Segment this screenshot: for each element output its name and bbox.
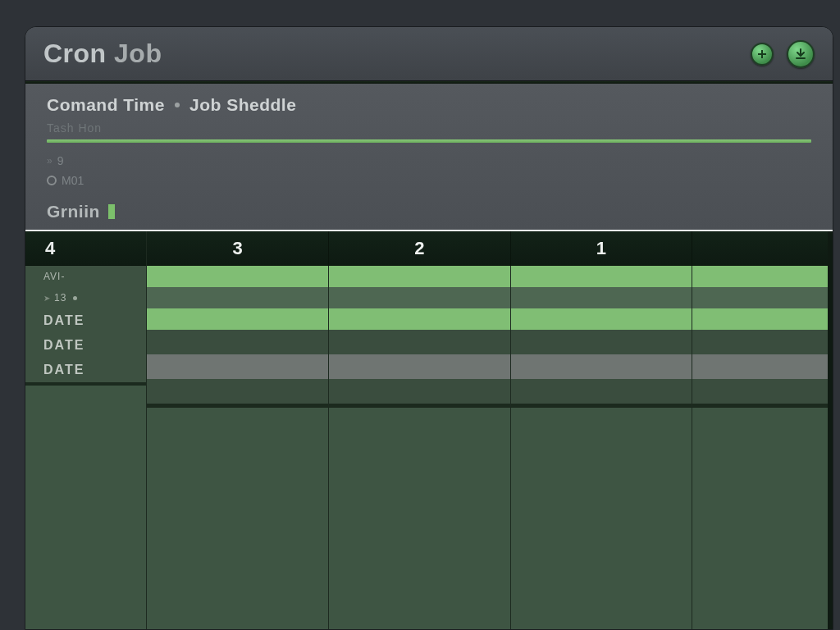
grid-right-gutter: [828, 231, 833, 629]
download-button[interactable]: [787, 40, 815, 68]
meta-value-1: 9: [57, 154, 64, 167]
meta-line-1: » 9: [47, 154, 811, 167]
breadcrumb-command-time[interactable]: Comand Time: [47, 95, 165, 115]
grid-cell[interactable]: [510, 266, 692, 287]
arrow-icon: ➤: [43, 294, 51, 303]
grid-corner: 4: [25, 231, 146, 266]
grid-cell[interactable]: [692, 266, 828, 287]
row-label-date-1: DATE: [25, 308, 146, 333]
row-label-1: AVI-: [25, 266, 146, 287]
grid-cell[interactable]: [328, 330, 509, 354]
cron-window: Cron Job Comand Time Job Sheddle Tash Ho…: [25, 26, 833, 630]
grid-cell[interactable]: [692, 379, 828, 404]
col-header-3[interactable]: 3: [147, 231, 328, 265]
schedule-grid: 4 AVI- ➤ 13 DATE DATE DATE: [25, 231, 833, 629]
title-sub: Job: [114, 39, 162, 68]
row-labels: 4 AVI- ➤ 13 DATE DATE DATE: [25, 231, 147, 629]
grid-cell[interactable]: [510, 330, 692, 354]
task-label: Tash Hon: [47, 121, 811, 135]
col-header-1[interactable]: 1: [510, 231, 692, 265]
cursor-block-icon: [108, 204, 115, 219]
grid-cell[interactable]: [692, 287, 828, 308]
grid-cell[interactable]: [692, 407, 828, 629]
grid-cell[interactable]: [147, 407, 328, 629]
grid-cell[interactable]: [147, 266, 328, 287]
section-label: Grniin: [47, 202, 100, 221]
row-label-2: ➤ 13: [25, 287, 146, 308]
grid-cell[interactable]: [510, 379, 692, 404]
grid-cell[interactable]: [328, 308, 509, 330]
window-title: Cron Job: [43, 39, 162, 69]
grid-cell[interactable]: [692, 354, 828, 379]
grid-cell[interactable]: [510, 407, 692, 629]
radio-icon[interactable]: [47, 176, 57, 185]
meta-line-2[interactable]: M01: [47, 174, 811, 187]
breadcrumb-separator-icon: [175, 103, 180, 107]
header-panel: Comand Time Job Sheddle Tash Hon » 9 M01…: [25, 84, 833, 231]
grid-cell[interactable]: [147, 308, 328, 330]
section-heading: Grniin: [47, 202, 811, 221]
breadcrumb: Comand Time Job Sheddle: [47, 95, 811, 115]
row-label-date-2: DATE: [25, 333, 146, 358]
title-actions: [751, 40, 815, 68]
grid-cell[interactable]: [147, 379, 328, 404]
status-indicator-icon[interactable]: [751, 43, 774, 66]
titlebar: Cron Job: [25, 27, 833, 81]
grid-cell[interactable]: [510, 308, 692, 330]
grid-cell[interactable]: [692, 308, 828, 330]
grid-cell[interactable]: [328, 354, 509, 379]
chevron-right-icon: »: [47, 155, 52, 167]
grid-columns: 3 2 1: [147, 231, 828, 629]
row-label-date-3: DATE: [25, 358, 146, 382]
col-header-2[interactable]: 2: [328, 231, 509, 265]
progress-bar: [47, 139, 811, 143]
grid-cell[interactable]: [692, 330, 828, 354]
grid-cell[interactable]: [328, 379, 509, 404]
grid-cell[interactable]: [147, 287, 328, 308]
grid-cell[interactable]: [510, 287, 692, 308]
dot-icon: [73, 296, 77, 300]
corner-label: 4: [45, 238, 55, 259]
grid-cell[interactable]: [328, 287, 509, 308]
svg-rect-1: [758, 53, 766, 55]
grid-cell[interactable]: [510, 354, 692, 379]
breadcrumb-job-schedule[interactable]: Job Sheddle: [189, 95, 296, 115]
grid-cell[interactable]: [328, 266, 509, 287]
column-headers: 3 2 1: [147, 231, 828, 266]
row-label-empty: [25, 386, 146, 629]
grid-cell[interactable]: [147, 330, 328, 354]
grid-cell[interactable]: [328, 407, 509, 629]
title-main: Cron: [43, 39, 107, 68]
meta-value-2: M01: [62, 174, 84, 187]
grid-cells: [147, 266, 828, 629]
grid-cell[interactable]: [147, 354, 328, 379]
col-header-blank: [692, 231, 828, 265]
